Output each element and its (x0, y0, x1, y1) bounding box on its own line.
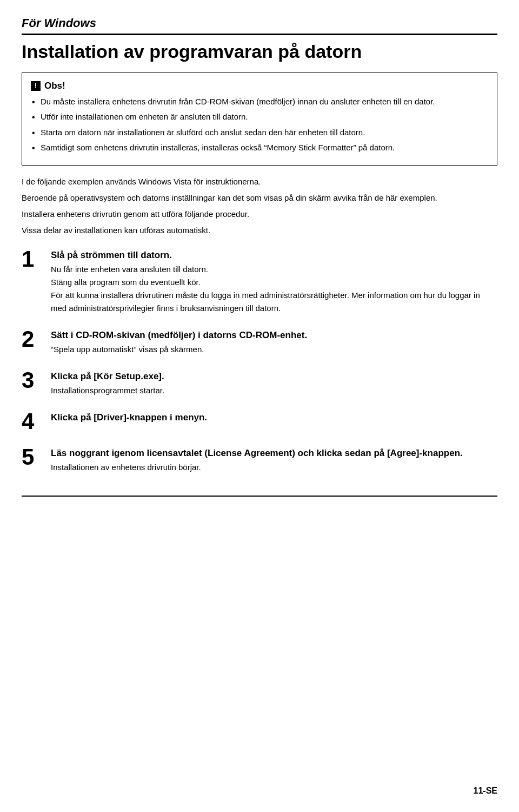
step-2-body: “Spela upp automatiskt” visas på skärmen… (51, 343, 497, 356)
step-3: 3 Klicka på [Kör Setup.exe]. Installatio… (22, 371, 497, 397)
step-5: 5 Läs noggrant igenom licensavtalet (Lic… (22, 448, 497, 474)
intro-line2: Beroende på operativsystem och datorns i… (22, 192, 497, 204)
top-rule (22, 34, 497, 35)
step-5-content: Läs noggrant igenom licensavtalet (Licen… (51, 448, 497, 474)
intro-line1: I de följande exemplen används Windows V… (22, 175, 497, 188)
step-2-heading: Sätt i CD-ROM-skivan (medföljer) i dator… (51, 330, 497, 341)
notice-list: Du måste installera enhetens drivrutin f… (31, 96, 488, 154)
step-1-heading: Slå på strömmen till datorn. (51, 250, 497, 261)
step-2-content: Sätt i CD-ROM-skivan (medföljer) i dator… (51, 330, 497, 356)
step-4: 4 Klicka på [Driver]-knappen i menyn. (22, 412, 497, 433)
intro-section: I de följande exemplen används Windows V… (22, 175, 497, 237)
step-1-number: 1 (22, 248, 42, 270)
notice-title: ! Obs! (31, 81, 488, 91)
step-1: 1 Slå på strömmen till datorn. Nu får in… (22, 250, 497, 315)
step-3-heading: Klicka på [Kör Setup.exe]. (51, 371, 497, 382)
step-3-content: Klicka på [Kör Setup.exe]. Installations… (51, 371, 497, 397)
step-1-content: Slå på strömmen till datorn. Nu får inte… (51, 250, 497, 315)
steps-section: 1 Slå på strömmen till datorn. Nu får in… (22, 250, 497, 474)
notice-item: Starta om datorn när installationen är s… (31, 127, 488, 139)
notice-title-text: Obs! (44, 81, 65, 91)
for-windows-label: För Windows (22, 16, 497, 30)
step-4-heading: Klicka på [Driver]-knappen i menyn. (51, 412, 497, 423)
step-4-number: 4 (22, 410, 42, 433)
notice-icon: ! (31, 81, 41, 91)
notice-box: ! Obs! Du måste installera enhetens driv… (22, 72, 497, 166)
intro-line3: Installera enhetens drivrutin genom att … (22, 208, 497, 221)
step-1-body: Nu får inte enheten vara ansluten till d… (51, 263, 497, 315)
intro-line4: Vissa delar av installationen kan utföra… (22, 224, 497, 237)
step-4-content: Klicka på [Driver]-knappen i menyn. (51, 412, 497, 425)
page-footer: 11-SE (474, 786, 497, 796)
step-5-body: Installationen av enhetens drivrutin bör… (51, 461, 497, 474)
step-5-heading: Läs noggrant igenom licensavtalet (Licen… (51, 448, 497, 459)
notice-item: Du måste installera enhetens drivrutin f… (31, 96, 488, 108)
step-2: 2 Sätt i CD-ROM-skivan (medföljer) i dat… (22, 330, 497, 356)
notice-item: Utför inte installationen om enheten är … (31, 111, 488, 123)
bottom-rule (22, 496, 497, 497)
step-2-number: 2 (22, 328, 42, 351)
notice-item: Samtidigt som enhetens drivrutin install… (31, 142, 488, 154)
step-3-body: Installationsprogrammet startar. (51, 384, 497, 397)
step-3-number: 3 (22, 369, 42, 392)
step-5-number: 5 (22, 446, 42, 468)
main-title: Installation av programvaran på datorn (22, 41, 497, 63)
